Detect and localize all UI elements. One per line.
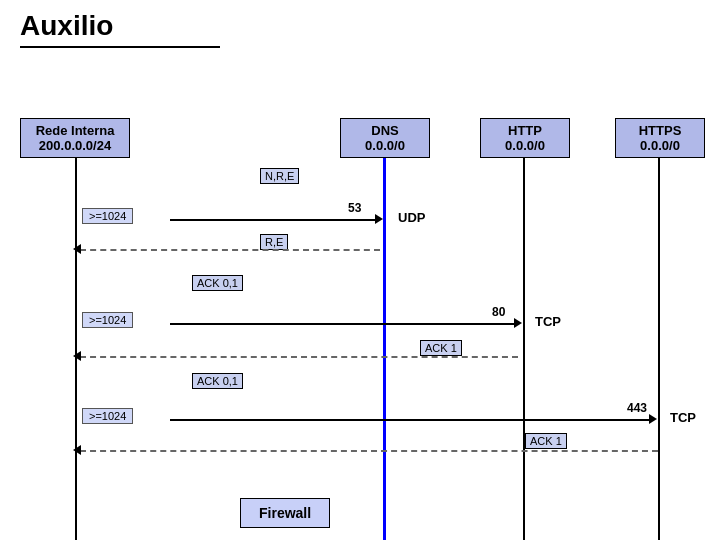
diagram-area: Rede Interna 200.0.0.0/24 DNS 0.0.0/0 HT… xyxy=(0,58,720,518)
firewall-box: Firewall xyxy=(240,498,330,528)
title-underline xyxy=(20,46,220,48)
arrow-right-https xyxy=(170,419,652,421)
vline-dns xyxy=(383,158,386,540)
vline-https xyxy=(658,158,660,540)
ack1-label-2: ACK 1 xyxy=(525,433,567,449)
ack01-label-2: ACK 0,1 xyxy=(192,373,243,389)
vline-http xyxy=(523,158,525,540)
port-box-2: >=1024 xyxy=(82,312,133,328)
num-80: 80 xyxy=(492,305,505,319)
arrowhead-right-dns xyxy=(375,214,383,224)
ack1-label-1: ACK 1 xyxy=(420,340,462,356)
arrowhead-left-http xyxy=(73,351,81,361)
arrow-left-http-dashed xyxy=(80,356,518,358)
nre-label: N,R,E xyxy=(260,168,299,184)
vline-rede xyxy=(75,158,77,540)
https-box: HTTPS 0.0.0/0 xyxy=(615,118,705,158)
arrow-left-https-dashed xyxy=(80,450,658,452)
port-box-1: >=1024 xyxy=(82,208,133,224)
arrowhead-left-https xyxy=(73,445,81,455)
ack01-label-1: ACK 0,1 xyxy=(192,275,243,291)
arrow-right-dns xyxy=(170,219,378,221)
http-box: HTTP 0.0.0/0 xyxy=(480,118,570,158)
re-label: R,E xyxy=(260,234,288,250)
arrow-left-dns-dashed xyxy=(80,249,380,251)
proto-tcp2: TCP xyxy=(670,410,696,425)
arrowhead-left-dns xyxy=(73,244,81,254)
proto-udp: UDP xyxy=(398,210,425,225)
dns-box: DNS 0.0.0/0 xyxy=(340,118,430,158)
arrowhead-right-http xyxy=(514,318,522,328)
proto-tcp1: TCP xyxy=(535,314,561,329)
num-443: 443 xyxy=(627,401,647,415)
arrow-right-http xyxy=(170,323,517,325)
arrowhead-right-https xyxy=(649,414,657,424)
rede-interna-box: Rede Interna 200.0.0.0/24 xyxy=(20,118,130,158)
title: Auxilio xyxy=(0,0,720,46)
num-53: 53 xyxy=(348,201,361,215)
port-box-3: >=1024 xyxy=(82,408,133,424)
